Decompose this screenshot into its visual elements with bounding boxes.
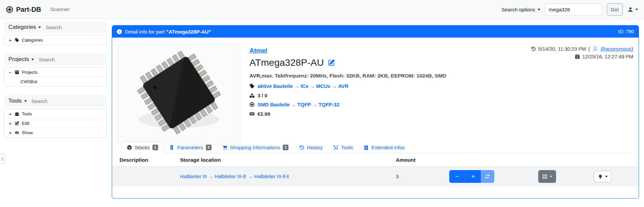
tree-item-label: Edit bbox=[22, 121, 29, 126]
category-link[interactable]: aktive Bauteile bbox=[258, 83, 293, 89]
arrow-right-icon: → bbox=[312, 102, 317, 107]
part-detail-card: i Detail info for part "ATmega328P-AU" I… bbox=[112, 25, 639, 199]
tools-dropdown[interactable]: Tools bbox=[8, 98, 27, 104]
tree-item-label: Categories bbox=[22, 38, 43, 43]
manufacturer-link[interactable]: Atmel bbox=[249, 47, 267, 54]
category-link[interactable]: MCUs bbox=[316, 83, 330, 89]
box-icon bbox=[127, 145, 132, 150]
chevron-left-icon: ⟨ bbox=[2, 157, 3, 161]
paren-close: ) bbox=[632, 46, 633, 52]
tree-item-label: Projects bbox=[22, 70, 38, 75]
tools-search-input[interactable] bbox=[32, 98, 102, 104]
expand-toggle[interactable]: + bbox=[8, 37, 12, 43]
sidebar-section-projects: Projects − Projects CWSBot bbox=[4, 54, 107, 87]
app-brand[interactable]: Part-DB bbox=[6, 6, 41, 13]
footprint-link[interactable]: SMD Bauteile bbox=[258, 102, 290, 107]
cpu-chip-icon bbox=[6, 6, 13, 13]
last-modified-row: 5/14/20, 11:30:23 PM ( @anonymous) bbox=[531, 45, 633, 53]
pencil-square-icon bbox=[328, 59, 335, 66]
tree-item-label: Tools bbox=[22, 111, 32, 116]
projects-dropdown[interactable]: Projects bbox=[8, 56, 34, 63]
tree-item-show[interactable]: + Show bbox=[4, 128, 106, 137]
sidebar-section-tools: Tools + Tools + Edit + Show bbox=[4, 95, 107, 138]
tab-parameters[interactable]: Parameters 0 bbox=[164, 142, 217, 153]
column-header-description: Description bbox=[120, 157, 148, 163]
tree-item-categories[interactable]: + Categories bbox=[4, 35, 106, 45]
person-icon bbox=[593, 47, 597, 51]
tab-label: Parameters bbox=[177, 145, 203, 150]
storage-location-breadcrumb: Halbleiter III→Halbleiter III-E→Halbleit… bbox=[180, 173, 289, 179]
tree-item-projects[interactable]: − Projects bbox=[4, 67, 106, 77]
storage-location-link[interactable]: Halbleiter III-E bbox=[215, 173, 246, 179]
footprint-link[interactable]: TQFP-32 bbox=[319, 102, 339, 107]
tag-icon bbox=[249, 84, 255, 89]
brand-title: Part-DB bbox=[16, 6, 41, 13]
part-id-label: ID: 790 bbox=[618, 29, 634, 34]
part-description: AVR,max. Taktfrequenz: 20MHz, Flash: 32K… bbox=[249, 73, 538, 79]
top-navbar: Part-DB Scanner Search options Go! bbox=[0, 0, 644, 19]
nav-link-scanner[interactable]: Scanner bbox=[50, 6, 70, 12]
projects-tree: − Projects CWSBot bbox=[4, 67, 107, 87]
storage-location-link[interactable]: Halbleiter III-E4 bbox=[254, 173, 289, 179]
stock-table-row: Halbleiter III→Halbleiter III-E→Halbleit… bbox=[112, 167, 639, 186]
tab-label: Extended infos bbox=[371, 145, 405, 150]
sidebar-section-categories: Categories + Categories bbox=[4, 21, 107, 45]
chevron-down-icon bbox=[538, 9, 540, 10]
tree-item-tools[interactable]: + Tools bbox=[4, 109, 106, 118]
footprint-breadcrumb: SMD Bauteile→TQFP→TQFP-32 bbox=[249, 100, 538, 109]
tree-item-cwsbot[interactable]: CWSBot bbox=[4, 77, 106, 86]
locate-dropdown-button[interactable] bbox=[594, 171, 611, 183]
collapse-toggle[interactable]: − bbox=[8, 69, 12, 75]
tree-item-label: CWSBot bbox=[20, 79, 37, 84]
calendar-plus-icon bbox=[575, 54, 580, 59]
tab-stocks[interactable]: Stocks 1 bbox=[121, 142, 164, 153]
arrow-right-icon: → bbox=[310, 83, 315, 89]
price-value: €2.99 bbox=[258, 111, 270, 117]
lightbulb-icon bbox=[598, 174, 603, 179]
panel-title-part-name: "ATmega328P-AU" bbox=[166, 29, 211, 35]
tab-history[interactable]: History bbox=[294, 142, 328, 153]
decrease-stock-button[interactable]: − bbox=[449, 170, 465, 183]
part-image[interactable] bbox=[118, 43, 240, 145]
tree-item-edit[interactable]: + Edit bbox=[4, 118, 106, 128]
part-info: Atmel ATmega328P-AU AVR,max. Taktfrequen… bbox=[249, 47, 538, 118]
tab-extended-infos[interactable]: Extended infos bbox=[358, 142, 410, 153]
footprint-link[interactable]: TQFP bbox=[297, 102, 311, 107]
categories-search-input[interactable] bbox=[46, 24, 112, 30]
tools-icon bbox=[333, 145, 338, 150]
move-stock-button[interactable] bbox=[481, 170, 494, 183]
search-options-dropdown[interactable]: Search options bbox=[502, 7, 540, 12]
tab-shopping-informations[interactable]: Shopping informations 1 bbox=[217, 142, 294, 153]
increase-stock-button[interactable]: + bbox=[465, 170, 481, 183]
expand-toggle[interactable]: + bbox=[8, 120, 12, 126]
info-circle-icon: i bbox=[117, 29, 122, 34]
storage-location-link[interactable]: Halbleiter III bbox=[180, 173, 207, 179]
tree-item-label: Show bbox=[22, 130, 33, 135]
user-menu-dropdown[interactable] bbox=[628, 7, 638, 12]
tab-tools[interactable]: Tools bbox=[328, 142, 358, 153]
global-search-input[interactable] bbox=[545, 3, 602, 16]
tab-label: Shopping informations bbox=[230, 145, 280, 150]
categories-dropdown[interactable]: Categories bbox=[8, 24, 41, 31]
avatar bbox=[592, 46, 598, 52]
part-tabs: Stocks 1 Parameters 0 Shopping informati… bbox=[118, 142, 633, 153]
tqfp-chip-image bbox=[129, 49, 229, 139]
tab-count-badge: 1 bbox=[283, 145, 288, 150]
category-link[interactable]: AVR bbox=[338, 83, 349, 89]
label-generator-dropdown-button[interactable] bbox=[538, 170, 556, 183]
part-description-rest: max. Taktfrequenz: 20MHz, Flash: 32KB, R… bbox=[262, 73, 446, 79]
sidebar-collapse-button[interactable]: ⟨ bbox=[0, 154, 5, 164]
sidebar: Categories + Categories Projects − bbox=[4, 21, 107, 146]
category-link[interactable]: ICs bbox=[301, 83, 308, 89]
expand-toggle[interactable]: + bbox=[8, 111, 12, 117]
arrow-right-icon: → bbox=[208, 173, 213, 179]
part-detail-header: i Detail info for part "ATmega328P-AU" I… bbox=[112, 25, 639, 38]
expand-toggle[interactable]: + bbox=[8, 130, 12, 136]
edit-part-button[interactable] bbox=[328, 59, 335, 66]
search-go-button[interactable]: Go! bbox=[607, 3, 623, 16]
modified-user-link[interactable]: @anonymous bbox=[600, 46, 632, 52]
panel-title: Detail info for part "ATmega328P-AU" bbox=[125, 29, 211, 35]
chevron-down-icon bbox=[550, 176, 552, 177]
cpu-chip-icon bbox=[249, 102, 255, 107]
projects-search-input[interactable] bbox=[39, 57, 105, 62]
